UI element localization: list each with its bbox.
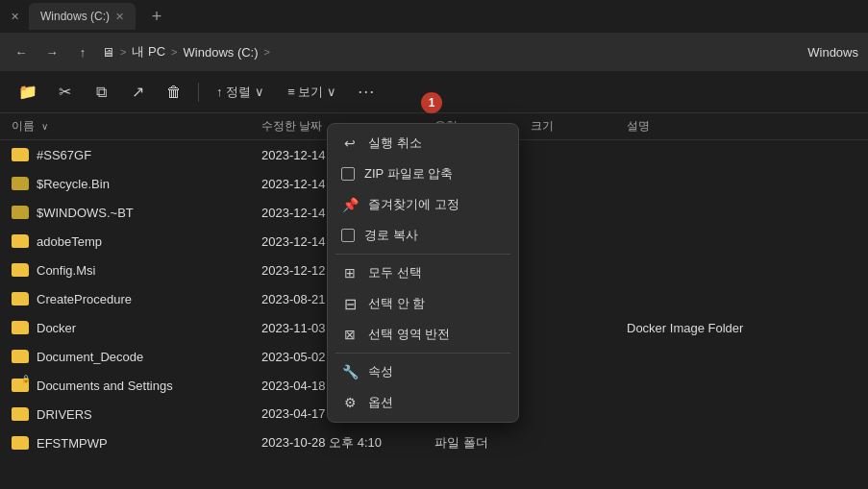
title-bar: ✕ Windows (C:) ✕ + bbox=[0, 0, 868, 33]
file-name-cell: Documents and Settings bbox=[12, 379, 261, 393]
menu-item-zip[interactable]: ZIP 파일로 압축 bbox=[328, 159, 518, 189]
menu-separator-1 bbox=[335, 254, 510, 255]
menu-item-pin[interactable]: 📌 즐겨찾기에 고정 bbox=[328, 189, 518, 220]
sort-chevron-icon: ∨ bbox=[255, 85, 264, 99]
menu-item-invertselect[interactable]: ⊠ 선택 영역 반전 bbox=[328, 319, 518, 350]
folder-icon bbox=[12, 407, 29, 421]
options-icon: ⚙ bbox=[341, 394, 359, 411]
forward-button[interactable]: → bbox=[40, 40, 63, 63]
file-name-cell: #SS67GF bbox=[12, 148, 261, 162]
menu-label-deselect: 선택 안 함 bbox=[368, 295, 425, 312]
undo-icon: ↩ bbox=[341, 134, 359, 152]
up-button[interactable]: ↑ bbox=[71, 40, 94, 63]
menu-item-selectall[interactable]: ⊞ 모두 선택 bbox=[328, 257, 518, 288]
menu-item-deselect[interactable]: ⊟ 선택 안 함 bbox=[328, 288, 518, 319]
zip-icon bbox=[341, 167, 355, 181]
folder-lock-icon bbox=[12, 379, 29, 392]
menu-item-options[interactable]: ⚙ 옵션 bbox=[328, 387, 518, 418]
view-button[interactable]: ≡ 보기 ∨ bbox=[278, 80, 346, 105]
delete-button[interactable]: 🗑 bbox=[158, 76, 190, 109]
copypath-icon bbox=[341, 229, 355, 242]
menu-item-properties[interactable]: 🔧 속성 bbox=[328, 356, 518, 387]
folder-icon bbox=[12, 292, 29, 306]
menu-label-invertselect: 선택 영역 반전 bbox=[368, 326, 450, 343]
view-label: ≡ 보기 bbox=[287, 84, 323, 101]
file-name-cell: Document_Decode bbox=[12, 350, 261, 364]
view-chevron-icon: ∨ bbox=[327, 85, 336, 99]
toolbar-separator bbox=[198, 83, 199, 102]
file-name-cell: DRIVERS bbox=[12, 407, 261, 422]
folder-icon bbox=[12, 350, 29, 363]
new-folder-button[interactable]: 📁 bbox=[12, 76, 44, 109]
folder-icon bbox=[12, 148, 29, 161]
folder-icon bbox=[12, 206, 29, 219]
file-name-cell: Docker bbox=[12, 321, 261, 335]
tab-windows-c[interactable]: Windows (C:) ✕ bbox=[29, 3, 136, 30]
folder-icon bbox=[12, 263, 29, 277]
invertselect-icon: ⊠ bbox=[341, 326, 359, 343]
address-right-label: Windows bbox=[807, 45, 858, 60]
folder-icon bbox=[12, 177, 29, 190]
deselect-icon: ⊟ bbox=[341, 295, 359, 312]
selectall-icon: ⊞ bbox=[341, 264, 359, 281]
tab-label: Windows (C:) bbox=[40, 10, 110, 23]
file-name-cell: CreateProcedure bbox=[12, 292, 261, 306]
folder-icon bbox=[12, 234, 29, 248]
tab-close-icon[interactable]: ✕ bbox=[115, 11, 124, 23]
copy-button[interactable]: ⧉ bbox=[85, 76, 117, 109]
menu-label-options: 옵션 bbox=[368, 394, 393, 411]
window-controls: ✕ bbox=[8, 10, 21, 23]
file-name-cell: $Recycle.Bin bbox=[12, 177, 261, 191]
menu-item-copypath[interactable]: 경로 복사 bbox=[328, 220, 518, 251]
computer-icon: 🖥 bbox=[102, 45, 114, 60]
menu-label-properties: 속성 bbox=[368, 363, 393, 380]
context-menu: ↩ 실행 취소 ZIP 파일로 압축 📌 즐겨찾기에 고정 경로 복사 ⊞ 모두… bbox=[327, 123, 519, 423]
menu-label-copypath: 경로 복사 bbox=[364, 227, 418, 244]
folder-icon bbox=[12, 436, 29, 450]
col-desc: 설명 bbox=[627, 118, 856, 134]
file-name-cell: EFSTMPWP bbox=[12, 436, 261, 451]
menu-item-undo[interactable]: ↩ 실행 취소 bbox=[328, 128, 518, 159]
cut-button[interactable]: ✂ bbox=[48, 76, 81, 109]
pin-icon: 📌 bbox=[341, 196, 359, 213]
file-name-cell: $WINDOWS.~BT bbox=[12, 206, 261, 220]
address-bar: ← → ↑ 🖥 > 내 PC > Windows (C:) > Windows bbox=[0, 33, 868, 71]
documents-and-settings-label: Documents and Settings bbox=[37, 379, 173, 393]
folder-icon bbox=[12, 321, 29, 334]
menu-separator-2 bbox=[335, 353, 510, 354]
properties-icon: 🔧 bbox=[341, 363, 359, 380]
drive-path[interactable]: Windows (C:) bbox=[184, 45, 259, 60]
sort-button[interactable]: ↑ 정렬 ∨ bbox=[207, 80, 274, 105]
sort-label: ↑ 정렬 bbox=[216, 84, 251, 101]
table-row[interactable]: EFSTMPWP 2023-10-28 오후 4:10 파일 폴더 bbox=[0, 428, 868, 457]
col-size: 크기 bbox=[531, 118, 627, 134]
my-pc-path[interactable]: 내 PC bbox=[132, 43, 165, 61]
menu-label-undo: 실행 취소 bbox=[368, 134, 422, 152]
more-button[interactable]: ··· bbox=[350, 76, 383, 109]
new-tab-button[interactable]: + bbox=[143, 3, 170, 30]
breadcrumb: 🖥 > 내 PC > Windows (C:) > bbox=[102, 43, 270, 61]
menu-label-zip: ZIP 파일로 압축 bbox=[364, 165, 453, 183]
file-name-cell: Config.Msi bbox=[12, 263, 261, 278]
badge-1: 1 bbox=[421, 92, 442, 113]
close-button[interactable]: ✕ bbox=[8, 10, 21, 23]
file-name-cell: adobeTemp bbox=[12, 234, 261, 249]
back-button[interactable]: ← bbox=[10, 40, 33, 63]
menu-label-pin: 즐겨찾기에 고정 bbox=[368, 196, 459, 213]
menu-label-selectall: 모두 선택 bbox=[368, 264, 422, 281]
share-button[interactable]: ↗ bbox=[121, 76, 154, 109]
col-name[interactable]: 이름 ∨ bbox=[12, 118, 261, 134]
